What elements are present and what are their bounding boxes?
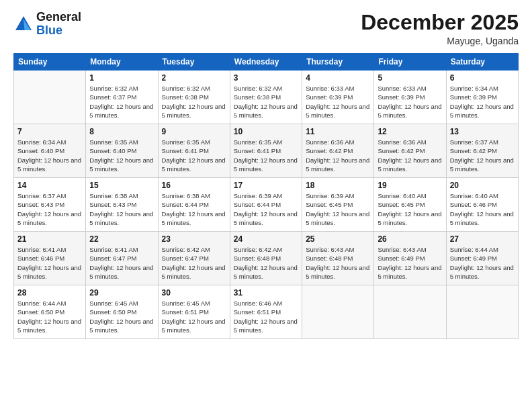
day-info: Sunrise: 6:32 AM Sunset: 6:38 PM Dayligh… xyxy=(162,84,226,120)
calendar-cell: 3Sunrise: 6:32 AM Sunset: 6:38 PM Daylig… xyxy=(230,71,302,124)
week-row-3: 21Sunrise: 6:41 AM Sunset: 6:46 PM Dayli… xyxy=(14,232,519,285)
calendar-cell xyxy=(374,285,446,339)
week-row-1: 7Sunrise: 6:34 AM Sunset: 6:40 PM Daylig… xyxy=(14,124,519,178)
col-header-saturday: Saturday xyxy=(446,54,518,71)
calendar-cell: 12Sunrise: 6:36 AM Sunset: 6:42 PM Dayli… xyxy=(374,124,446,178)
day-info: Sunrise: 6:34 AM Sunset: 6:39 PM Dayligh… xyxy=(450,84,515,120)
day-info: Sunrise: 6:43 AM Sunset: 6:49 PM Dayligh… xyxy=(378,245,442,281)
calendar-cell: 21Sunrise: 6:41 AM Sunset: 6:46 PM Dayli… xyxy=(14,232,86,285)
day-number: 31 xyxy=(234,288,298,298)
logo-text: General Blue xyxy=(36,11,81,38)
day-info: Sunrise: 6:44 AM Sunset: 6:49 PM Dayligh… xyxy=(450,245,515,281)
day-number: 4 xyxy=(306,73,370,83)
calendar: SundayMondayTuesdayWednesdayThursdayFrid… xyxy=(13,53,519,339)
main-title: December 2025 xyxy=(361,11,519,34)
calendar-cell xyxy=(302,285,374,339)
day-number: 3 xyxy=(234,73,298,83)
day-number: 21 xyxy=(17,234,82,244)
day-info: Sunrise: 6:44 AM Sunset: 6:50 PM Dayligh… xyxy=(17,299,82,334)
calendar-cell: 23Sunrise: 6:42 AM Sunset: 6:47 PM Dayli… xyxy=(158,232,230,285)
day-info: Sunrise: 6:45 AM Sunset: 6:51 PM Dayligh… xyxy=(162,299,226,334)
calendar-cell: 30Sunrise: 6:45 AM Sunset: 6:51 PM Dayli… xyxy=(158,285,230,339)
day-number: 30 xyxy=(162,288,226,298)
col-header-sunday: Sunday xyxy=(14,54,86,71)
day-info: Sunrise: 6:39 AM Sunset: 6:45 PM Dayligh… xyxy=(306,191,370,227)
day-number: 19 xyxy=(378,181,442,190)
calendar-cell: 17Sunrise: 6:39 AM Sunset: 6:44 PM Dayli… xyxy=(230,178,302,232)
day-number: 6 xyxy=(450,73,515,83)
calendar-cell: 31Sunrise: 6:46 AM Sunset: 6:51 PM Dayli… xyxy=(230,285,302,339)
calendar-cell: 19Sunrise: 6:40 AM Sunset: 6:45 PM Dayli… xyxy=(374,178,446,232)
calendar-cell: 10Sunrise: 6:35 AM Sunset: 6:41 PM Dayli… xyxy=(230,124,302,178)
day-info: Sunrise: 6:33 AM Sunset: 6:39 PM Dayligh… xyxy=(306,84,370,120)
calendar-cell: 7Sunrise: 6:34 AM Sunset: 6:40 PM Daylig… xyxy=(14,124,86,178)
day-number: 28 xyxy=(17,288,82,298)
col-header-wednesday: Wednesday xyxy=(230,54,302,71)
title-block: December 2025 Mayuge, Uganda xyxy=(361,11,519,46)
day-number: 26 xyxy=(378,234,442,244)
day-number: 16 xyxy=(162,181,226,190)
day-info: Sunrise: 6:42 AM Sunset: 6:48 PM Dayligh… xyxy=(234,245,298,281)
day-number: 12 xyxy=(378,127,442,136)
day-info: Sunrise: 6:36 AM Sunset: 6:42 PM Dayligh… xyxy=(306,138,370,173)
day-number: 7 xyxy=(17,127,82,136)
day-number: 15 xyxy=(89,181,154,190)
calendar-cell: 2Sunrise: 6:32 AM Sunset: 6:38 PM Daylig… xyxy=(158,71,230,124)
day-number: 29 xyxy=(89,288,154,298)
day-info: Sunrise: 6:41 AM Sunset: 6:46 PM Dayligh… xyxy=(17,245,82,281)
day-info: Sunrise: 6:40 AM Sunset: 6:45 PM Dayligh… xyxy=(378,191,442,227)
day-info: Sunrise: 6:39 AM Sunset: 6:44 PM Dayligh… xyxy=(234,191,298,227)
calendar-cell: 27Sunrise: 6:44 AM Sunset: 6:49 PM Dayli… xyxy=(446,232,518,285)
day-number: 13 xyxy=(450,127,515,136)
day-info: Sunrise: 6:38 AM Sunset: 6:44 PM Dayligh… xyxy=(162,191,226,227)
col-header-thursday: Thursday xyxy=(302,54,374,71)
day-info: Sunrise: 6:45 AM Sunset: 6:50 PM Dayligh… xyxy=(89,299,154,334)
day-info: Sunrise: 6:38 AM Sunset: 6:43 PM Dayligh… xyxy=(89,191,154,227)
calendar-cell: 11Sunrise: 6:36 AM Sunset: 6:42 PM Dayli… xyxy=(302,124,374,178)
col-header-friday: Friday xyxy=(374,54,446,71)
col-header-tuesday: Tuesday xyxy=(158,54,230,71)
calendar-cell: 6Sunrise: 6:34 AM Sunset: 6:39 PM Daylig… xyxy=(446,71,518,124)
calendar-cell: 20Sunrise: 6:40 AM Sunset: 6:46 PM Dayli… xyxy=(446,178,518,232)
day-number: 11 xyxy=(306,127,370,136)
calendar-cell: 25Sunrise: 6:43 AM Sunset: 6:48 PM Dayli… xyxy=(302,232,374,285)
calendar-cell: 5Sunrise: 6:33 AM Sunset: 6:39 PM Daylig… xyxy=(374,71,446,124)
day-number: 17 xyxy=(234,181,298,190)
day-info: Sunrise: 6:35 AM Sunset: 6:40 PM Dayligh… xyxy=(89,138,154,173)
day-number: 18 xyxy=(306,181,370,190)
calendar-cell: 13Sunrise: 6:37 AM Sunset: 6:42 PM Dayli… xyxy=(446,124,518,178)
week-row-2: 14Sunrise: 6:37 AM Sunset: 6:43 PM Dayli… xyxy=(14,178,519,232)
day-number: 24 xyxy=(234,234,298,244)
calendar-cell xyxy=(14,71,86,124)
day-info: Sunrise: 6:33 AM Sunset: 6:39 PM Dayligh… xyxy=(378,84,442,120)
header: General Blue December 2025 Mayuge, Ugand… xyxy=(13,11,519,46)
day-number: 22 xyxy=(89,234,154,244)
day-info: Sunrise: 6:37 AM Sunset: 6:43 PM Dayligh… xyxy=(17,191,82,227)
week-row-4: 28Sunrise: 6:44 AM Sunset: 6:50 PM Dayli… xyxy=(14,285,519,339)
calendar-cell: 24Sunrise: 6:42 AM Sunset: 6:48 PM Dayli… xyxy=(230,232,302,285)
calendar-cell: 9Sunrise: 6:35 AM Sunset: 6:41 PM Daylig… xyxy=(158,124,230,178)
calendar-cell: 4Sunrise: 6:33 AM Sunset: 6:39 PM Daylig… xyxy=(302,71,374,124)
day-number: 10 xyxy=(234,127,298,136)
day-info: Sunrise: 6:42 AM Sunset: 6:47 PM Dayligh… xyxy=(162,245,226,281)
day-number: 20 xyxy=(450,181,515,190)
logo: General Blue xyxy=(13,11,81,38)
day-info: Sunrise: 6:36 AM Sunset: 6:42 PM Dayligh… xyxy=(378,138,442,173)
day-number: 9 xyxy=(162,127,226,136)
calendar-cell: 1Sunrise: 6:32 AM Sunset: 6:37 PM Daylig… xyxy=(86,71,158,124)
day-info: Sunrise: 6:40 AM Sunset: 6:46 PM Dayligh… xyxy=(450,191,515,227)
day-info: Sunrise: 6:43 AM Sunset: 6:48 PM Dayligh… xyxy=(306,245,370,281)
day-number: 2 xyxy=(162,73,226,83)
day-number: 1 xyxy=(89,73,154,83)
day-info: Sunrise: 6:35 AM Sunset: 6:41 PM Dayligh… xyxy=(234,138,298,173)
day-info: Sunrise: 6:34 AM Sunset: 6:40 PM Dayligh… xyxy=(17,138,82,173)
day-info: Sunrise: 6:32 AM Sunset: 6:38 PM Dayligh… xyxy=(234,84,298,120)
subtitle: Mayuge, Uganda xyxy=(361,36,519,46)
day-number: 25 xyxy=(306,234,370,244)
day-info: Sunrise: 6:35 AM Sunset: 6:41 PM Dayligh… xyxy=(162,138,226,173)
day-number: 23 xyxy=(162,234,226,244)
calendar-cell: 28Sunrise: 6:44 AM Sunset: 6:50 PM Dayli… xyxy=(14,285,86,339)
calendar-cell: 18Sunrise: 6:39 AM Sunset: 6:45 PM Dayli… xyxy=(302,178,374,232)
col-header-monday: Monday xyxy=(86,54,158,71)
day-number: 5 xyxy=(378,73,442,83)
